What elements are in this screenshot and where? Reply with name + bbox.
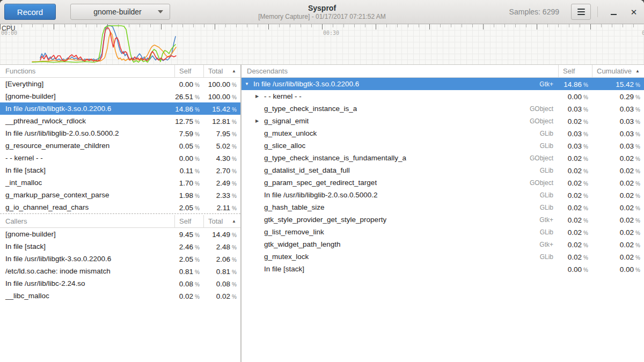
cumulative-cell: 0.02% <box>592 227 644 237</box>
table-row[interactable]: In file /usr/lib/libglib-2.0.so.0.5000.2… <box>241 189 644 201</box>
cumulative-cell: 0.03% <box>592 116 644 126</box>
column-header-cumulative[interactable]: Cumulative▲ <box>592 65 644 78</box>
percent-unit: % <box>195 269 200 275</box>
table-row[interactable]: g_list_remove_linkGLib0.02%0.02% <box>241 226 644 238</box>
table-row[interactable]: g_mutex_unlockGLib0.03%0.03% <box>241 127 644 139</box>
column-header-callers[interactable]: Callers <box>0 215 174 228</box>
table-header-row: DescendantsSelfCumulative▲ <box>241 65 644 78</box>
percent-value: 0.00 <box>179 154 193 162</box>
cumulative-cell: 0.03% <box>592 104 644 114</box>
library-badge: GObject <box>530 105 558 113</box>
percent-unit: % <box>232 82 237 88</box>
descendant-name-cell: g_datalist_id_set_data_fullGLib <box>241 166 558 174</box>
column-header-functions[interactable]: Functions <box>0 65 174 78</box>
expanded-triangle-icon[interactable]: ▼ <box>245 78 253 90</box>
close-button[interactable]: ✕ <box>624 4 644 20</box>
percent-value: 0.02 <box>568 117 582 125</box>
table-row[interactable]: [Everything]0.00%100.00% <box>0 78 240 90</box>
cpu-graph[interactable]: CPU 00:0000:3001:00 <box>0 24 644 65</box>
table-row[interactable]: In file [stack]2.46%2.48% <box>0 240 240 253</box>
percent-unit: % <box>232 107 237 113</box>
table-row[interactable]: _int_malloc1.70%2.49% <box>0 176 240 189</box>
table-row[interactable]: g_datalist_id_set_data_fullGLib0.02%0.02… <box>241 164 644 176</box>
percent-unit: % <box>635 131 640 137</box>
self-cell: 14.86% <box>174 104 203 114</box>
library-badge: GLib <box>540 142 558 150</box>
table-row[interactable]: In file /usr/lib/libgtk-3.so.0.2200.62.0… <box>0 253 240 265</box>
table-row[interactable]: ▼In file /usr/lib/libgtk-3.so.0.2200.6Gt… <box>241 78 644 90</box>
window-title: Sysprof <box>308 4 336 13</box>
menu-button[interactable] <box>571 4 591 20</box>
percent-unit: % <box>232 193 237 199</box>
table-row[interactable]: [gnome-builder]26.51%100.00% <box>0 90 240 102</box>
table-row[interactable]: In file /usr/lib/libc-2.24.so0.08%0.08% <box>0 277 240 290</box>
minimize-button[interactable] <box>603 4 624 20</box>
percent-unit: % <box>232 257 237 263</box>
table-row[interactable]: __pthread_rwlock_rdlock12.75%12.81% <box>0 115 240 127</box>
column-header-self[interactable]: Self <box>174 65 203 78</box>
table-row[interactable]: In file /usr/lib/libgtk-3.so.0.2200.614.… <box>0 102 240 115</box>
collapsed-triangle-icon[interactable]: ▶ <box>255 90 264 102</box>
percent-value: 9.45 <box>179 231 193 239</box>
descendant-name-label: g_mutex_lock <box>264 253 309 261</box>
table-row[interactable]: [gnome-builder]9.45%14.49% <box>0 228 240 240</box>
percent-value: 2.33 <box>216 191 230 200</box>
table-row[interactable]: ▶g_signal_emitGObject0.02%0.03% <box>241 115 644 127</box>
total-cell: 2.48% <box>203 242 240 252</box>
table-row[interactable]: g_io_channel_read_chars2.05%2.11% <box>0 201 240 213</box>
table-row[interactable]: In file [stack]0.00%0.00% <box>241 263 644 275</box>
percent-value: 0.05 <box>179 142 193 150</box>
table-row[interactable]: gtk_style_provider_get_style_propertyGtk… <box>241 213 644 226</box>
percent-unit: % <box>635 205 640 211</box>
table-row[interactable]: g_resource_enumerate_children0.05%5.02% <box>0 139 240 152</box>
table-row[interactable]: In file [stack]0.11%2.70% <box>0 164 240 176</box>
table-row[interactable]: __libc_malloc0.02%0.02% <box>0 290 240 302</box>
percent-unit: % <box>635 94 640 100</box>
percent-unit: % <box>195 282 200 287</box>
self-cell: 0.03% <box>558 104 592 114</box>
process-selector-dropdown[interactable]: gnome-builder <box>70 4 170 20</box>
self-cell: 2.46% <box>174 242 203 252</box>
total-cell: 15.42% <box>203 104 240 114</box>
percent-unit: % <box>232 94 237 100</box>
collapsed-triangle-icon[interactable]: ▶ <box>255 115 264 127</box>
column-header-self[interactable]: Self <box>558 65 592 78</box>
table-header-row: FunctionsSelfTotal▲ <box>0 65 240 78</box>
column-header-total[interactable]: Total▲ <box>203 215 240 228</box>
table-row[interactable]: g_mutex_lockGLib0.02%0.02% <box>241 250 644 263</box>
percent-unit: % <box>195 82 200 88</box>
table-row[interactable]: - - kernel - -0.00%4.30% <box>0 152 240 164</box>
table-row[interactable]: g_type_check_instance_is_fundamentally_a… <box>241 152 644 164</box>
self-cell: 0.03% <box>558 129 592 138</box>
percent-value: 0.02 <box>620 241 634 249</box>
table-row[interactable]: /etc/ld.so.cache: inode mismatch0.81%0.8… <box>0 265 240 277</box>
table-row[interactable]: g_type_check_instance_is_aGObject0.03%0.… <box>241 102 644 115</box>
percent-value: 14.49 <box>212 231 230 239</box>
hamburger-icon <box>577 14 585 15</box>
function-name-cell: - - kernel - - <box>0 154 174 162</box>
descendant-name-label: g_param_spec_get_redirect_target <box>264 179 377 187</box>
cumulative-cell: 0.02% <box>592 190 644 200</box>
column-header-total[interactable]: Total▲ <box>203 65 240 78</box>
self-cell: 9.45% <box>174 230 203 239</box>
record-button-label: Record <box>17 8 43 17</box>
descendant-name-label: - - kernel - - <box>264 92 302 100</box>
table-row[interactable]: g_hash_table_sizeGLib0.02%0.02% <box>241 201 644 213</box>
table-row[interactable]: g_param_spec_get_redirect_targetGObject0… <box>241 176 644 189</box>
table-row[interactable]: g_markup_parse_context_parse1.98%2.33% <box>0 189 240 201</box>
table-row[interactable]: g_slice_allocGLib0.03%0.03% <box>241 139 644 152</box>
library-badge: GLib <box>540 253 558 261</box>
total-cell: 0.08% <box>203 279 240 289</box>
functions-table: FunctionsSelfTotal▲[Everything]0.00%100.… <box>0 65 240 213</box>
table-row[interactable]: gtk_widget_path_lengthGtk+0.02%0.02% <box>241 238 644 250</box>
percent-value: 0.02 <box>568 216 582 224</box>
record-button[interactable]: Record <box>4 4 56 20</box>
descendant-name-label: In file /usr/lib/libgtk-3.so.0.2200.6 <box>253 80 359 88</box>
self-cell: 0.00% <box>174 153 203 163</box>
chevron-down-icon <box>158 10 163 13</box>
percent-value: 0.02 <box>568 191 582 200</box>
table-row[interactable]: ▶- - kernel - -0.00%0.29% <box>241 90 644 102</box>
column-header-descendants[interactable]: Descendants <box>241 65 558 78</box>
table-row[interactable]: In file /usr/lib/libglib-2.0.so.0.5000.2… <box>0 127 240 139</box>
column-header-self[interactable]: Self <box>174 215 203 228</box>
